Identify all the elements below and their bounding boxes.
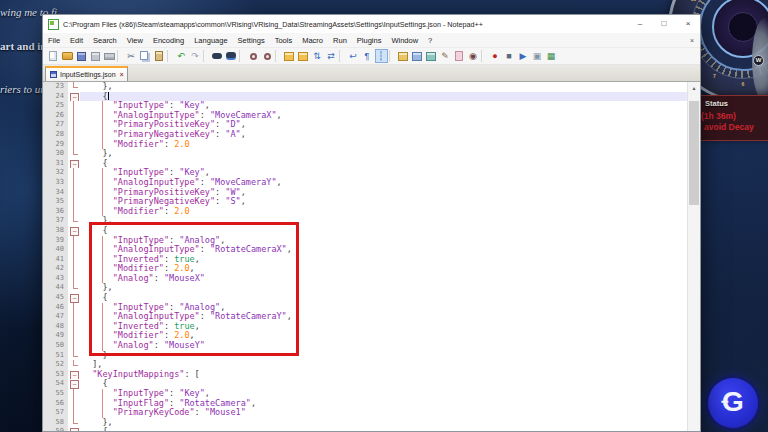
castle-status-panel: Status (1h 36m) avoid Decay: [699, 95, 768, 141]
code-line-50[interactable]: 50 "Analog": "MouseY": [43, 341, 687, 351]
menu-item-plugins[interactable]: Plugins: [352, 33, 387, 48]
code-line-36[interactable]: 36 "Modifier": 2.0: [43, 207, 687, 217]
code-text: },: [80, 216, 687, 226]
vertical-scrollbar[interactable]: ▲: [687, 82, 700, 431]
logo-plus-icon: ✚: [721, 397, 729, 407]
fold-collapse-icon[interactable]: [68, 92, 80, 102]
paste-icon[interactable]: [153, 49, 166, 63]
view-eye-icon[interactable]: ◉: [467, 49, 480, 63]
fold-guide: [68, 399, 80, 409]
notepadpp-window: C:\Program Files (x86)\Steam\steamapps\c…: [42, 14, 701, 432]
folder-as-workspace-icon[interactable]: [425, 49, 438, 63]
sync-scroll-v-icon[interactable]: ⇅: [311, 49, 324, 63]
copy-icon[interactable]: [139, 49, 152, 63]
menu-item-window[interactable]: Window: [386, 33, 423, 48]
code-line-29[interactable]: 29 "Modifier": 2.0: [43, 140, 687, 150]
save-macro-icon[interactable]: ▣: [531, 49, 544, 63]
notepadpp-icon: [48, 19, 59, 30]
menu-item-tools[interactable]: Tools: [270, 33, 298, 48]
doc-map-icon[interactable]: [297, 49, 310, 63]
line-number: 25: [43, 101, 68, 111]
function-list-icon[interactable]: [397, 49, 410, 63]
code-text: "Modifier": 2.0: [80, 207, 687, 217]
scrollbar-thumb[interactable]: [689, 101, 699, 205]
macro-doc-icon[interactable]: [453, 49, 466, 63]
playback-icon[interactable]: ▶: [517, 49, 530, 63]
editor-surface[interactable]: 23 },24 {25 "InputType": "Key",26 "Analo…: [43, 82, 700, 431]
menu-item-run[interactable]: Run: [328, 33, 352, 48]
fold-guide: [68, 255, 80, 265]
undo-icon[interactable]: ↶: [175, 49, 188, 63]
code-line-51[interactable]: 51 }: [43, 351, 687, 361]
code-line-59[interactable]: 59 {: [43, 427, 687, 431]
status-decay-timer: (1h 36m): [701, 111, 768, 121]
print-icon[interactable]: [103, 49, 116, 63]
menu-item-search[interactable]: Search: [88, 33, 122, 48]
fold-guide: [68, 120, 80, 130]
menu-item-settings[interactable]: Settings: [233, 33, 270, 48]
menu-item-view[interactable]: View: [122, 33, 148, 48]
zoom-out-icon[interactable]: [261, 49, 274, 63]
cut-icon[interactable]: ✂: [125, 49, 138, 63]
code-area[interactable]: 23 },24 {25 "InputType": "Key",26 "Analo…: [43, 82, 687, 431]
code-line-58[interactable]: 58 },: [43, 418, 687, 428]
code-line-37[interactable]: 37 },: [43, 216, 687, 226]
menu-item-help[interactable]: ?: [423, 33, 437, 48]
fold-guide: [68, 188, 80, 198]
word-wrap-icon[interactable]: ↩: [347, 49, 360, 63]
stop-recording-icon[interactable]: ■: [503, 49, 516, 63]
menu-item-edit[interactable]: Edit: [65, 33, 88, 48]
sync-scroll-h-icon[interactable]: ⇄: [325, 49, 338, 63]
maximize-button[interactable]: □: [652, 15, 676, 33]
fold-guide: [68, 111, 80, 121]
fold-collapse-icon[interactable]: [68, 379, 80, 389]
line-number: 56: [43, 399, 68, 409]
menu-item-macro[interactable]: Macro: [297, 33, 328, 48]
replace-icon[interactable]: [225, 49, 238, 63]
edit-pencil-icon[interactable]: ✎: [439, 49, 452, 63]
code-line-57[interactable]: 57 "PrimaryKeyCode": "Mouse1": [43, 408, 687, 418]
new-file-icon[interactable]: [47, 49, 60, 63]
fold-guide: [68, 178, 80, 188]
fold-guide: [68, 389, 80, 399]
tab-inputsettings[interactable]: InputSettings.json ×: [45, 66, 128, 81]
scroll-up-arrow-icon[interactable]: ▲: [688, 82, 700, 95]
close-document-icon[interactable]: ×: [684, 37, 700, 44]
menu-item-file[interactable]: File: [43, 33, 65, 48]
show-all-characters-icon[interactable]: ¶: [361, 49, 374, 63]
fold-guide: [68, 341, 80, 351]
zoom-in-icon[interactable]: [247, 49, 260, 63]
clock-number: 10: [690, 0, 698, 2]
doc-list-icon[interactable]: [411, 49, 424, 63]
open-file-icon[interactable]: [61, 49, 74, 63]
fold-collapse-icon[interactable]: [68, 427, 80, 431]
code-line-43[interactable]: 43 "Analog": "MouseX": [43, 274, 687, 284]
line-number: 31: [43, 159, 68, 169]
code-line-44[interactable]: 44 },: [43, 283, 687, 293]
tab-close-icon[interactable]: ×: [120, 71, 124, 78]
fold-collapse-icon[interactable]: [68, 293, 80, 303]
save-icon[interactable]: [75, 49, 88, 63]
fold-collapse-icon[interactable]: [68, 370, 80, 380]
text-caret: [108, 92, 109, 100]
code-line-53[interactable]: 53 "KeyInputMappings": [: [43, 370, 687, 380]
menu-item-encoding[interactable]: Encoding: [148, 33, 189, 48]
code-line-23[interactable]: 23 },: [43, 82, 687, 92]
fold-collapse-icon[interactable]: [68, 159, 80, 169]
redo-icon[interactable]: ↷: [189, 49, 202, 63]
menu-item-language[interactable]: Language: [189, 33, 232, 48]
code-line-30[interactable]: 30 },: [43, 149, 687, 159]
close-button[interactable]: ×: [676, 15, 700, 33]
line-number: 42: [43, 264, 68, 274]
fold-collapse-icon[interactable]: [68, 226, 80, 236]
show-indent-guide-icon[interactable]: ┆: [375, 49, 388, 63]
find-icon[interactable]: [211, 49, 224, 63]
run-multiple-icon[interactable]: ▦: [545, 49, 558, 63]
fold-guide: [68, 408, 80, 418]
doc-switcher-icon[interactable]: [283, 49, 296, 63]
save-all-icon[interactable]: [89, 49, 102, 63]
line-number: 55: [43, 389, 68, 399]
minimize-button[interactable]: –: [628, 15, 652, 33]
start-recording-icon[interactable]: ●: [489, 49, 502, 63]
title-bar[interactable]: C:\Program Files (x86)\Steam\steamapps\c…: [43, 15, 700, 33]
